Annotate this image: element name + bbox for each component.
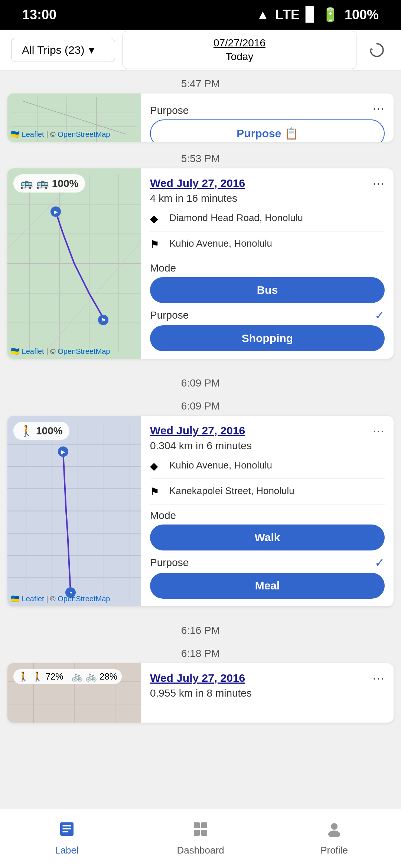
purpose-btn-partial[interactable]: Purpose 📋 bbox=[150, 119, 385, 142]
status-bar: 13:00 ▲ LTE ▊ 🔋 100% bbox=[0, 0, 401, 30]
location-from-2: ◆ Diamond Head Road, Honolulu bbox=[150, 211, 385, 231]
trip-date-3[interactable]: Wed July 27, 2016 bbox=[150, 423, 385, 438]
svg-point-55 bbox=[331, 823, 338, 830]
top-bar: All Trips (23) ▾ 07/27/2016 Today bbox=[0, 30, 401, 70]
svg-rect-49 bbox=[62, 828, 71, 829]
trip-selector-label: All Trips (23) bbox=[22, 44, 84, 56]
dest-icon-2: ⚑ bbox=[150, 238, 163, 251]
date-selector[interactable]: 07/27/2016 Today bbox=[123, 31, 356, 69]
label-icon bbox=[59, 821, 75, 841]
trip-timestamp-2: 5:53 PM bbox=[0, 145, 401, 168]
map-section-3: ▶ ⚑ 🚶100% 🇺🇦 Leaflet | © OpenStreetMap bbox=[7, 416, 141, 606]
map-section-2: ▶ ⚑ 🚌🚌 100% 🇺🇦 Leaflet | © OpenStreetMap bbox=[7, 168, 141, 359]
origin-icon-2: ◆ bbox=[150, 213, 163, 226]
trip-card-3: ▶ ⚑ 🚶100% 🇺🇦 Leaflet | © OpenStreetMap ⋯… bbox=[7, 416, 394, 606]
trip-info-3: ⋯ Wed July 27, 2016 0.304 km in 6 minute… bbox=[141, 416, 394, 606]
more-button-4[interactable]: ⋯ bbox=[369, 669, 388, 688]
nav-dashboard[interactable]: Dashboard bbox=[134, 809, 267, 868]
origin-icon-3: ◆ bbox=[150, 460, 163, 473]
origin-text-3: Kuhio Avenue, Honolulu bbox=[169, 458, 272, 472]
trip-info-partial: ⋯ Purpose Purpose 📋 bbox=[141, 93, 394, 142]
map-attribution-2: 🇺🇦 Leaflet | © OpenStreetMap bbox=[10, 347, 110, 356]
time-display: 13:00 bbox=[22, 7, 56, 23]
map-attribution-3: 🇺🇦 Leaflet | © OpenStreetMap bbox=[10, 594, 110, 603]
trip-card-2: ▶ ⚑ 🚌🚌 100% 🇺🇦 Leaflet | © OpenStreetMap… bbox=[7, 168, 394, 359]
mode-btn-3[interactable]: Walk bbox=[150, 525, 385, 550]
lte-label: LTE bbox=[276, 7, 300, 23]
map-svg-3: ▶ ⚑ bbox=[7, 416, 141, 606]
svg-point-56 bbox=[328, 831, 340, 837]
svg-marker-0 bbox=[371, 47, 373, 50]
dest-text-3: Kanekapolei Street, Honolulu bbox=[169, 484, 294, 497]
dest-icon-3: ⚑ bbox=[150, 486, 163, 499]
dashboard-icon bbox=[192, 821, 209, 841]
purpose-btn-3[interactable]: Meal bbox=[150, 573, 385, 599]
battery-icon: 🔋 bbox=[322, 7, 339, 23]
trip-timestamp-1: 5:47 PM bbox=[0, 70, 401, 93]
trip-card-4: 🚶🚶 72% 🚲🚲 28% ⋯ Wed July 27, 2016 0.955 … bbox=[7, 663, 394, 723]
origin-text-2: Diamond Head Road, Honolulu bbox=[169, 211, 303, 224]
nav-dashboard-text: Dashboard bbox=[177, 845, 224, 856]
refresh-icon bbox=[368, 41, 386, 59]
purpose-label-2: Purpose ✓ bbox=[150, 308, 385, 322]
trip-card-partial: 🇺🇦 Leaflet | © OpenStreetMap ⋯ Purpose P… bbox=[7, 93, 394, 142]
trip-end-timestamp-2: 6:09 PM bbox=[0, 370, 401, 393]
trip-duration-4: 0.955 km in 8 minutes bbox=[150, 687, 385, 699]
trip-date-2[interactable]: Wed July 27, 2016 bbox=[150, 176, 385, 190]
location-to-2: ⚑ Kuhio Avenue, Honolulu bbox=[150, 237, 385, 257]
map-svg-2: ▶ ⚑ bbox=[7, 168, 141, 359]
mode-label-3: Mode bbox=[150, 510, 385, 522]
nav-profile-text: Profile bbox=[320, 845, 348, 856]
map-attribution-partial: 🇺🇦 Leaflet | © OpenStreetMap bbox=[10, 130, 110, 139]
date-value: 07/27/2016 bbox=[213, 36, 265, 50]
mode-badge-4: 🚶🚶 72% 🚲🚲 28% bbox=[13, 669, 122, 684]
nav-label[interactable]: Label bbox=[0, 809, 134, 868]
wifi-icon: ▲ bbox=[256, 7, 270, 23]
more-button-2[interactable]: ⋯ bbox=[369, 174, 388, 193]
profile-icon bbox=[326, 821, 342, 841]
location-from-3: ◆ Kuhio Avenue, Honolulu bbox=[150, 458, 385, 479]
mode-badge-3: 🚶100% bbox=[13, 422, 69, 440]
svg-text:⚑: ⚑ bbox=[101, 317, 106, 323]
trip-info-4: ⋯ Wed July 27, 2016 0.955 km in 8 minute… bbox=[141, 663, 394, 723]
svg-rect-48 bbox=[62, 825, 71, 826]
purpose-label-partial: Purpose bbox=[150, 105, 385, 116]
trip-duration-3: 0.304 km in 6 minutes bbox=[150, 440, 385, 452]
nav-profile[interactable]: Profile bbox=[267, 809, 401, 868]
svg-rect-51 bbox=[194, 822, 200, 828]
check-icon-2: ✓ bbox=[375, 308, 385, 322]
status-icons: ▲ LTE ▊ 🔋 100% bbox=[256, 7, 379, 23]
nav-label-text: Label bbox=[55, 845, 79, 856]
dest-text-2: Kuhio Avenue, Honolulu bbox=[169, 237, 272, 250]
purpose-btn-2[interactable]: Shopping bbox=[150, 325, 385, 351]
svg-rect-52 bbox=[201, 822, 207, 828]
scroll-content: 5:47 PM 🇺🇦 Leaflet | © OpenStreetMap bbox=[0, 70, 401, 793]
trip-selector[interactable]: All Trips (23) ▾ bbox=[11, 38, 115, 62]
svg-rect-54 bbox=[201, 830, 207, 836]
trip-info-2: ⋯ Wed July 27, 2016 4 km in 16 minutes ◆… bbox=[141, 168, 394, 359]
location-to-3: ⚑ Kanekapolei Street, Honolulu bbox=[150, 484, 385, 504]
svg-text:▶: ▶ bbox=[61, 449, 65, 455]
more-button-partial[interactable]: ⋯ bbox=[369, 99, 388, 118]
purpose-label-3: Purpose ✓ bbox=[150, 556, 385, 570]
trip-date-4[interactable]: Wed July 27, 2016 bbox=[150, 671, 385, 685]
map-section-4: 🚶🚶 72% 🚲🚲 28% bbox=[7, 663, 141, 723]
mode-badge-2: 🚌🚌 100% bbox=[13, 174, 85, 193]
mode-label-2: Mode bbox=[150, 262, 385, 274]
bottom-nav: Label Dashboard Profile bbox=[0, 809, 401, 868]
trip-end-timestamp-3: 6:16 PM bbox=[0, 617, 401, 640]
chevron-down-icon: ▾ bbox=[89, 43, 94, 56]
svg-text:▶: ▶ bbox=[54, 209, 58, 215]
check-icon-3: ✓ bbox=[375, 556, 385, 570]
trip-timestamp-3: 6:09 PM bbox=[0, 393, 401, 416]
today-label: Today bbox=[226, 50, 254, 63]
svg-rect-53 bbox=[194, 830, 200, 836]
battery-label: 100% bbox=[345, 7, 379, 23]
trip-duration-2: 4 km in 16 minutes bbox=[150, 193, 385, 204]
refresh-button[interactable] bbox=[364, 37, 390, 63]
mode-btn-2[interactable]: Bus bbox=[150, 277, 385, 303]
signal-icon: ▊ bbox=[306, 7, 316, 23]
svg-rect-50 bbox=[62, 831, 68, 832]
trip-timestamp-4: 6:18 PM bbox=[0, 640, 401, 663]
more-button-3[interactable]: ⋯ bbox=[369, 422, 388, 440]
